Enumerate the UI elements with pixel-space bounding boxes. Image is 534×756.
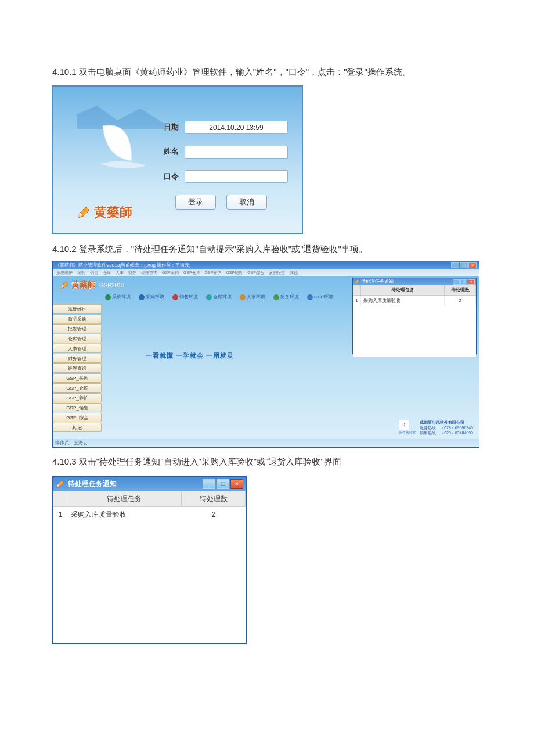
app-menubar: 系统维护 采购 销售 仓库 人事 财务 经理查询 GSP采购 GSP仓库 GSP… xyxy=(53,269,479,276)
sidebar-item[interactable]: 人事管理 xyxy=(53,344,102,353)
close-icon[interactable]: × xyxy=(230,479,243,489)
minimize-icon[interactable]: _ xyxy=(453,279,460,285)
pencil-icon xyxy=(77,206,91,219)
doc-paragraph-2: 4.10.2 登录系统后，"待处理任务通知"自动提示"采购入库验收"或"退货验收… xyxy=(52,241,482,258)
col-task: 待处理任务 xyxy=(67,491,182,507)
sidebar-item[interactable]: 批发管理 xyxy=(53,324,102,333)
app-title: 《黄药师》药业管理软件V2013[当前帐套：[Drug 操作员：王海云] xyxy=(55,261,190,269)
table-row[interactable]: 1 采购入库质量验收 2 xyxy=(53,507,246,523)
minimize-icon[interactable]: _ xyxy=(203,479,215,489)
sidebar-item[interactable]: GSP_综合 xyxy=(53,413,102,422)
cell-index: 1 xyxy=(353,296,361,305)
col-index xyxy=(53,491,67,507)
task-notice-window-small: 待处理任务通知 _ □ × 待处理任务 待处理数 1 采购入库质量验收 2 xyxy=(352,278,477,354)
close-icon[interactable]: × xyxy=(468,262,477,268)
app-titlebar: 《黄药师》药业管理软件V2013[当前帐套：[Drug 操作员：王海云] _ □… xyxy=(53,261,479,269)
name-input[interactable] xyxy=(185,146,288,159)
date-field: 2014.10.20 13:59 xyxy=(185,121,288,134)
cell-index: 1 xyxy=(53,507,67,523)
menu-item[interactable]: GSP养护 xyxy=(205,269,222,276)
table-row[interactable]: 1 采购入库质量验收 2 xyxy=(353,296,476,305)
sidebar-item[interactable]: 财务管理 xyxy=(53,354,102,363)
toolbar-item[interactable]: 采购环境 xyxy=(139,293,164,301)
sidebar-item[interactable]: 经理查询 xyxy=(53,363,102,373)
toolbar-item[interactable]: 人事环境 xyxy=(240,293,265,301)
brand-block: 黄藥師 xyxy=(77,200,132,225)
menu-item[interactable]: 经理查询 xyxy=(141,269,157,276)
menu-item[interactable]: 销售 xyxy=(90,269,98,276)
sidebar-item[interactable]: GSP_采购 xyxy=(53,373,102,383)
sidebar-item[interactable]: 系统维护 xyxy=(53,304,102,314)
sidebar-item[interactable]: 仓库管理 xyxy=(53,334,102,343)
sidebar-item[interactable]: 商品采购 xyxy=(53,314,102,323)
task-notice-window-large: 待处理任务通知 _ □ × 待处理任务 待处理数 1 采购入库质量验收 2 xyxy=(52,476,247,644)
col-task: 待处理任务 xyxy=(361,285,445,295)
menu-item[interactable]: GSP采购 xyxy=(162,269,179,276)
menu-item[interactable]: 采购 xyxy=(77,269,85,276)
name-label: 姓名 xyxy=(154,145,179,159)
pencil-icon xyxy=(56,480,64,488)
toolbar-item[interactable]: 仓库环境 xyxy=(206,293,232,301)
menu-item[interactable]: 人事 xyxy=(116,269,124,276)
app-brand-text: 黄藥師 xyxy=(71,278,96,293)
cell-count: 2 xyxy=(182,507,246,523)
doc-paragraph-1: 4.10.1 双击电脑桌面《黄药师药业》管理软件，输入"姓名"，"口令"，点击：… xyxy=(52,64,482,81)
pencil-icon xyxy=(60,280,69,290)
company-logo-icon: J xyxy=(399,420,409,430)
toolbar-item[interactable]: 销售环境 xyxy=(172,293,198,301)
login-window: 黄藥師 日期 2014.10.20 13:59 姓名 口令 登录 取消 xyxy=(52,85,303,234)
sidebar-item[interactable]: 其 它 xyxy=(53,423,102,432)
menu-item[interactable]: 财务 xyxy=(128,269,136,276)
password-label: 口令 xyxy=(154,170,179,184)
sidebar-item[interactable]: GSP_仓库 xyxy=(53,383,102,393)
password-input[interactable] xyxy=(185,170,288,183)
company-phone-2: 销售热线：（028）83484999 xyxy=(420,430,473,435)
close-icon[interactable]: × xyxy=(468,279,475,285)
toolbar-item[interactable]: GSP环境 xyxy=(307,293,333,301)
app-toolbar: 系统环境 采购环境 销售环境 仓库环境 人事环境 财务环境 GSP环境 xyxy=(105,293,333,301)
col-count: 待处理数 xyxy=(182,491,246,507)
sidebar-item[interactable]: GSP_销售 xyxy=(53,403,102,412)
date-label: 日期 xyxy=(154,120,179,135)
company-name: 成都新生代软件有限公司 xyxy=(420,420,473,425)
company-phone-1: 服务热线：（028）69696346 xyxy=(420,425,473,430)
cell-count: 2 xyxy=(445,296,476,305)
menu-item[interactable]: GSP仓库 xyxy=(183,269,200,276)
login-button[interactable]: 登录 xyxy=(175,195,216,210)
menu-item[interactable]: 系统维护 xyxy=(56,269,73,276)
maximize-icon[interactable]: □ xyxy=(460,279,467,285)
brand-text: 黄藥師 xyxy=(94,200,132,225)
cell-task: 采购入库质量验收 xyxy=(67,507,182,523)
menu-item[interactable]: GSP综合 xyxy=(247,269,264,276)
menu-item[interactable]: 其他 xyxy=(290,269,298,276)
sidebar-item[interactable]: GSP_养护 xyxy=(53,393,102,402)
toolbar-item[interactable]: 财务环境 xyxy=(273,293,299,301)
status-bar: 操作员：王海云 xyxy=(53,439,479,447)
pencil-icon xyxy=(354,279,359,285)
cancel-button[interactable]: 取消 xyxy=(226,195,267,210)
app-brand: 黄藥師 GSP2013 xyxy=(60,278,124,293)
maximize-icon[interactable]: □ xyxy=(217,479,229,489)
slogan-text: 一看就懂 一学就会 一用就灵 xyxy=(146,350,234,362)
maximize-icon[interactable]: □ xyxy=(460,262,468,268)
minimize-icon[interactable]: _ xyxy=(451,262,459,268)
doc-paragraph-3: 4.10.3 双击"待处理任务通知"自动进入"采购入库验收"或"退货入库验收"界… xyxy=(52,453,482,470)
cell-task: 采购入库质量验收 xyxy=(361,296,445,305)
company-logo-label: 新生代软件 xyxy=(399,431,416,435)
col-index xyxy=(353,285,361,295)
menu-item[interactable]: 仓库 xyxy=(103,269,111,276)
menu-item[interactable]: GSP销售 xyxy=(226,269,243,276)
toolbar-item[interactable]: 系统环境 xyxy=(105,293,131,301)
notice-title: 待处理任务通知 xyxy=(68,477,117,491)
company-info: J 新生代软件 成都新生代软件有限公司 服务热线：（028）69696346 销… xyxy=(399,420,473,435)
app-brand-suffix: GSP2013 xyxy=(99,280,124,291)
menu-item[interactable]: 案例报告 xyxy=(269,269,285,276)
app-main-window: 《黄药师》药业管理软件V2013[当前帐套：[Drug 操作员：王海云] _ □… xyxy=(52,261,479,448)
col-count: 待处理数 xyxy=(445,285,476,295)
login-form: 日期 2014.10.20 13:59 姓名 口令 登录 取消 xyxy=(154,120,288,210)
app-sidebar: 系统维护 商品采购 批发管理 仓库管理 人事管理 财务管理 经理查询 GSP_采… xyxy=(53,304,102,433)
